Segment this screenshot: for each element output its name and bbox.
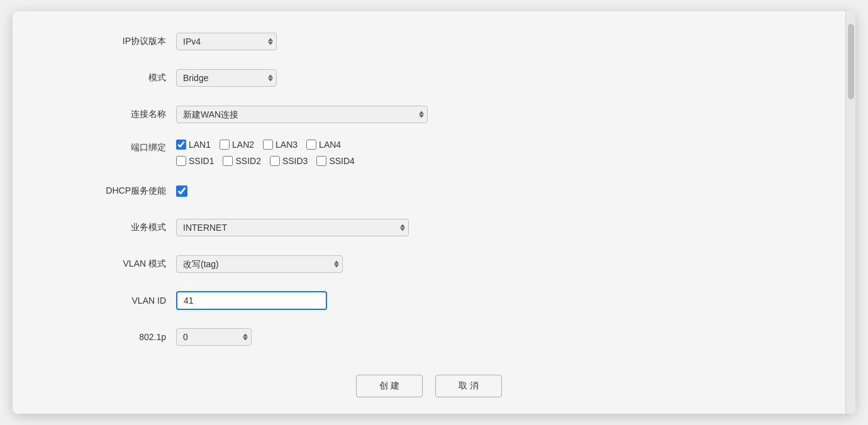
create-button[interactable]: 创 建 [356, 375, 423, 397]
port-binding-control: LAN1 LAN2 LAN3 LAN4 [176, 140, 808, 166]
mode-select-wrapper: Bridge Router [176, 69, 277, 87]
lan1-checkbox[interactable] [176, 140, 186, 150]
ssid4-checkbox[interactable] [316, 156, 326, 166]
vlan-mode-label: VLAN 模式 [50, 258, 176, 270]
mode-control: Bridge Router [176, 69, 808, 87]
vlan-id-row: VLAN ID [50, 289, 808, 312]
ssid1-checkbox[interactable] [176, 156, 186, 166]
dot1p-select[interactable]: 0 1 2 3 4 5 6 7 [176, 328, 252, 346]
ip-version-select-wrapper: IPv4 IPv6 [176, 33, 277, 50]
vlan-id-input[interactable] [176, 291, 327, 310]
vlan-mode-control: 改写(tag) 透传 不处理 [176, 255, 808, 273]
ip-version-row: IP协议版本 IPv4 IPv6 [50, 30, 808, 53]
cancel-button[interactable]: 取 消 [435, 375, 502, 397]
ssid4-label: SSID4 [329, 156, 354, 166]
lan-checkbox-line: LAN1 LAN2 LAN3 LAN4 [176, 140, 341, 150]
mode-select[interactable]: Bridge Router [176, 69, 277, 87]
dhcp-checkbox[interactable] [176, 185, 187, 197]
business-mode-control: INTERNET OTHER [176, 219, 808, 236]
ssid2-checkbox-item[interactable]: SSID2 [223, 156, 260, 166]
lan3-checkbox-item[interactable]: LAN3 [263, 140, 298, 150]
scrollbar-area [845, 11, 855, 414]
connection-name-row: 连接名称 新建WAN连接 [50, 103, 808, 126]
ssid-checkbox-line: SSID1 SSID2 SSID3 SSID4 [176, 156, 355, 166]
vlan-id-control [176, 291, 808, 310]
vlan-mode-row: VLAN 模式 改写(tag) 透传 不处理 [50, 253, 808, 275]
lan1-label: LAN1 [189, 140, 211, 150]
button-row: 创 建 取 消 [50, 362, 808, 404]
dot1p-control: 0 1 2 3 4 5 6 7 [176, 328, 808, 346]
scrollbar-thumb[interactable] [848, 24, 854, 99]
lan2-label: LAN2 [232, 140, 254, 150]
dhcp-row: DHCP服务使能 [50, 180, 808, 202]
ssid3-label: SSID3 [282, 156, 308, 166]
connection-name-select[interactable]: 新建WAN连接 [176, 106, 428, 123]
dot1p-row: 802.1p 0 1 2 3 4 5 6 7 [50, 326, 808, 348]
vlan-id-label: VLAN ID [50, 295, 176, 306]
ssid3-checkbox-item[interactable]: SSID3 [270, 156, 308, 166]
ssid2-label: SSID2 [235, 156, 260, 166]
mode-row: 模式 Bridge Router [50, 67, 808, 89]
ip-version-label: IP协议版本 [50, 36, 176, 47]
business-mode-row: 业务模式 INTERNET OTHER [50, 216, 808, 239]
ip-version-control: IPv4 IPv6 [176, 33, 808, 50]
dialog-container: IP协议版本 IPv4 IPv6 模式 [13, 11, 855, 414]
ssid3-checkbox[interactable] [270, 156, 280, 166]
business-mode-label: 业务模式 [50, 222, 176, 233]
connection-name-label: 连接名称 [50, 109, 176, 120]
mode-label: 模式 [50, 72, 176, 84]
form-section: IP协议版本 IPv4 IPv6 模式 [50, 30, 808, 362]
port-binding-row: 端口绑定 LAN1 LAN2 LAN3 [50, 140, 808, 166]
ssid2-checkbox[interactable] [223, 156, 233, 166]
ssid1-label: SSID1 [189, 156, 214, 166]
business-mode-select[interactable]: INTERNET OTHER [176, 219, 409, 236]
lan3-label: LAN3 [275, 140, 298, 150]
dot1p-label: 802.1p [50, 332, 176, 342]
main-content: IP协议版本 IPv4 IPv6 模式 [13, 11, 845, 414]
lan4-checkbox-item[interactable]: LAN4 [306, 140, 341, 150]
ip-version-select[interactable]: IPv4 IPv6 [176, 33, 277, 50]
lan4-label: LAN4 [319, 140, 341, 150]
vlan-mode-select-wrapper: 改写(tag) 透传 不处理 [176, 255, 343, 273]
lan2-checkbox-item[interactable]: LAN2 [220, 140, 254, 150]
vlan-mode-select[interactable]: 改写(tag) 透传 不处理 [176, 255, 343, 273]
lan2-checkbox[interactable] [220, 140, 230, 150]
lan1-checkbox-item[interactable]: LAN1 [176, 140, 211, 150]
lan4-checkbox[interactable] [306, 140, 316, 150]
connection-name-select-wrapper: 新建WAN连接 [176, 106, 428, 123]
dot1p-select-wrapper: 0 1 2 3 4 5 6 7 [176, 328, 252, 346]
dhcp-control [176, 185, 808, 197]
dhcp-label: DHCP服务使能 [50, 185, 176, 197]
ssid4-checkbox-item[interactable]: SSID4 [316, 156, 354, 166]
business-mode-select-wrapper: INTERNET OTHER [176, 219, 409, 236]
lan3-checkbox[interactable] [263, 140, 273, 150]
connection-name-control: 新建WAN连接 [176, 106, 808, 123]
ssid1-checkbox-item[interactable]: SSID1 [176, 156, 214, 166]
port-binding-label: 端口绑定 [50, 140, 176, 153]
